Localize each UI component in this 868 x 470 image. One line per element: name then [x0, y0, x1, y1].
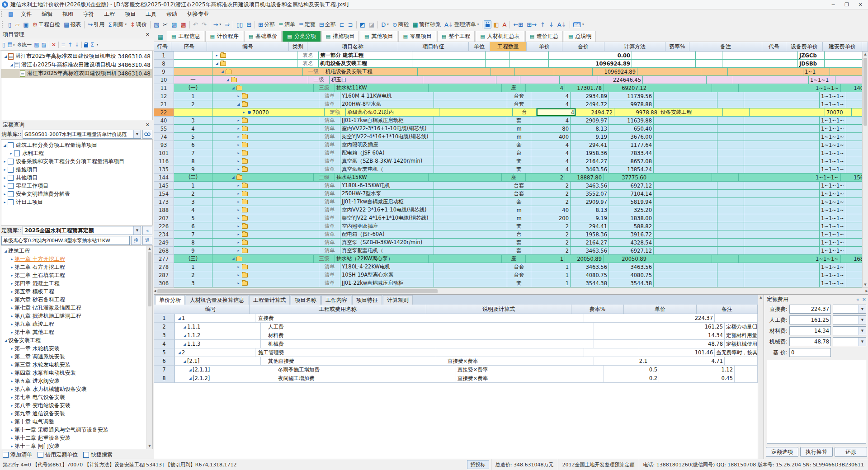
table-row[interactable]: 2266▸清单室内照明及插座套2294.41588.821~1~1~158.60…: [154, 222, 862, 230]
cell-quantity[interactable]: 2: [531, 198, 571, 206]
table-row[interactable]: 144(二)◢三级抽水站15KW座218887.8037775.601~1~1~…: [154, 174, 862, 182]
cell-seq[interactable]: 4: [174, 125, 212, 133]
analysis-scrollbar[interactable]: ▲: [758, 295, 764, 459]
cell-calc-method[interactable]: [637, 68, 701, 76]
tree-expander-icon[interactable]: ▸: [9, 444, 14, 448]
tree-expander-icon[interactable]: ▸: [236, 265, 241, 269]
toolbar-grip[interactable]: [2, 21, 5, 28]
chapter-item[interactable]: ▸第十一章 采暖通风与空气调节设备安装: [2, 426, 146, 434]
analysis-row[interactable]: 4◢1.1.3机械费48.78定额机械使用量(台时)×施工机: [154, 340, 758, 348]
list-tree-item[interactable]: ▸措施项目: [1, 165, 152, 174]
menu-item-工程[interactable]: 工程: [99, 10, 120, 19]
cell-equipment-unit-price[interactable]: 3700.73: [846, 271, 862, 279]
cell-equipment-unit-price[interactable]: 3172.05: [846, 247, 862, 255]
tree-expander-icon[interactable]: ▸: [236, 127, 241, 131]
cell-code[interactable]: ▸: [212, 165, 319, 174]
cell-calc-method[interactable]: [654, 149, 717, 157]
cell-ref-code[interactable]: 1~1~1~: [820, 100, 846, 108]
tab-其他项目[interactable]: ▤其他项目: [360, 31, 397, 42]
cell-feature[interactable]: [429, 174, 502, 182]
cell-row-number[interactable]: 2: [154, 323, 175, 331]
cell-calc-method[interactable]: [654, 222, 717, 230]
base-price-input[interactable]: 0: [789, 348, 831, 357]
cell-rate[interactable]: 2.1: [594, 357, 649, 366]
cell-category[interactable]: 清单: [319, 100, 340, 108]
checkbox[interactable]: [8, 142, 14, 148]
menu-item-项目[interactable]: 项目: [120, 10, 141, 19]
cell-unit[interactable]: 套: [507, 117, 531, 125]
paste-special-button[interactable]: ▩: [179, 20, 188, 29]
tab-整个工程[interactable]: ▤整个工程: [437, 31, 475, 42]
cell-seq[interactable]: 8: [174, 157, 212, 165]
footer-option-添加清单[interactable]: 添加清单: [3, 451, 32, 459]
cell-note[interactable]: 当无费率时，按其他直接费、: [715, 348, 758, 357]
cell-calc-method[interactable]: [654, 247, 717, 255]
chapter-item[interactable]: ▸第一章 土方开挖工程: [2, 255, 146, 263]
chapter-item[interactable]: ▸第四章 混凝土工程: [2, 279, 146, 287]
cell-item-name[interactable]: 第一部分 建筑工程: [319, 52, 412, 60]
cell-row-number[interactable]: 10: [154, 76, 174, 84]
tree-expander-icon[interactable]: ◢: [236, 102, 241, 106]
fill-color-button[interactable]: ◧: [491, 20, 500, 29]
quota-view-button[interactable]: ≡定额: [297, 19, 317, 30]
grid-menu-icon[interactable]: ▦: [155, 32, 166, 42]
cell-ref-code[interactable]: 1~1~1~: [820, 165, 846, 174]
cell-category[interactable]: 清单: [319, 222, 340, 230]
list-tree-item[interactable]: ▸计日工项目: [1, 198, 152, 206]
cell-item-name[interactable]: 架空YJV22-4*16+1*10电缆(铜芯线): [340, 214, 434, 222]
tree-expander-icon[interactable]: ▸: [236, 183, 241, 188]
cell-note[interactable]: [744, 230, 820, 239]
list-tree-item[interactable]: ▸设备采购和安装工程分类分项工程量清单项目: [1, 157, 152, 165]
cell-equipment-unit-price[interactable]: [830, 68, 862, 76]
cell-equipment-unit-price[interactable]: 14073.36: [841, 84, 862, 92]
column-header-建安费单价[interactable]: 建安费单价: [823, 42, 862, 51]
cell-category[interactable]: 清单: [319, 182, 340, 190]
cell-rate[interactable]: [717, 279, 744, 287]
cell-item-name[interactable]: 机电设备及安装工程: [319, 60, 412, 68]
cell-equipment-unit-price[interactable]: [825, 52, 862, 60]
cell-unit-price[interactable]: 8.13: [571, 125, 609, 133]
refresh-button[interactable]: Σ刷新▾: [106, 19, 128, 30]
cell-code[interactable]: ◢1.1.1: [175, 323, 261, 331]
cell-equipment-unit-price[interactable]: 2537.64: [846, 117, 862, 125]
quota-search-input[interactable]: [1, 236, 130, 245]
table-row[interactable]: 22▸70070定额单级离心泵0.2t以内台42494.729978.88设备安…: [154, 108, 862, 117]
paste-button[interactable]: ▨: [170, 20, 179, 29]
cell-feature[interactable]: [434, 157, 507, 165]
cell-unit[interactable]: 台套: [507, 263, 531, 271]
analysis-row[interactable]: 7◢[2.1.1]冬雨季施工增加费直接费×费率0.51.12: [154, 366, 758, 374]
tree-expander-icon[interactable]: ◢: [231, 175, 236, 179]
cell-item-name[interactable]: 积玉口: [330, 76, 423, 84]
cell-calc-method[interactable]: [654, 279, 717, 287]
tree-expander-icon[interactable]: ▸: [2, 184, 7, 188]
table-row[interactable]: 11(一)◢三级抽水站11KW座417301.7869207.121~1~1~1…: [154, 84, 862, 92]
cell-feature[interactable]: [429, 255, 502, 263]
cell-rate[interactable]: [594, 331, 649, 340]
cell-item-name[interactable]: 真空泵（SZB-8-3KW-1420r/min): [340, 157, 434, 165]
cell-quantity[interactable]: 4: [531, 165, 571, 174]
cell-unit-price[interactable]: 2164.27: [571, 239, 609, 247]
cell-item-name[interactable]: 单级离心泵0.2t以内: [346, 108, 439, 117]
cell-feature[interactable]: [434, 149, 507, 157]
cell-category[interactable]: 清单: [319, 149, 340, 157]
cell-ref-code[interactable]: 1~1~1: [809, 76, 835, 84]
cell-row-number[interactable]: 101: [154, 149, 174, 157]
analysis-column-header-单价[interactable]: 单价: [624, 305, 697, 314]
chapter-item[interactable]: ▸第九章 疏浚工程: [2, 320, 146, 328]
footer-option-快捷搜索[interactable]: 快捷搜索: [83, 451, 113, 459]
cell-fee-name[interactable]: 施工管理费: [255, 348, 436, 357]
cell-item-name[interactable]: JJ01-22kw自耦减压启动柜: [340, 279, 434, 287]
cell-quantity[interactable]: 4: [537, 108, 576, 117]
tree-expander-icon[interactable]: ▸: [236, 200, 241, 204]
cell-seq[interactable]: (二): [174, 174, 212, 182]
cell-equipment-unit-price[interactable]: 4.23: [846, 214, 862, 222]
cell-unit[interactable]: 套: [507, 222, 531, 230]
checkbox[interactable]: [8, 183, 14, 189]
cell-unit[interactable]: [491, 68, 515, 76]
cell-total-price[interactable]: 5819.94: [609, 198, 654, 206]
cell-unit-price[interactable]: 4.71: [649, 357, 725, 366]
cell-row-number[interactable]: 21: [154, 100, 174, 108]
cell-equipment-unit-price[interactable]: 3.17: [846, 125, 862, 133]
chapter-item[interactable]: ▸第七章 钻孔灌浆及锚固工程: [2, 304, 146, 312]
cell-equipment-unit-price[interactable]: 1374.56: [846, 239, 862, 247]
